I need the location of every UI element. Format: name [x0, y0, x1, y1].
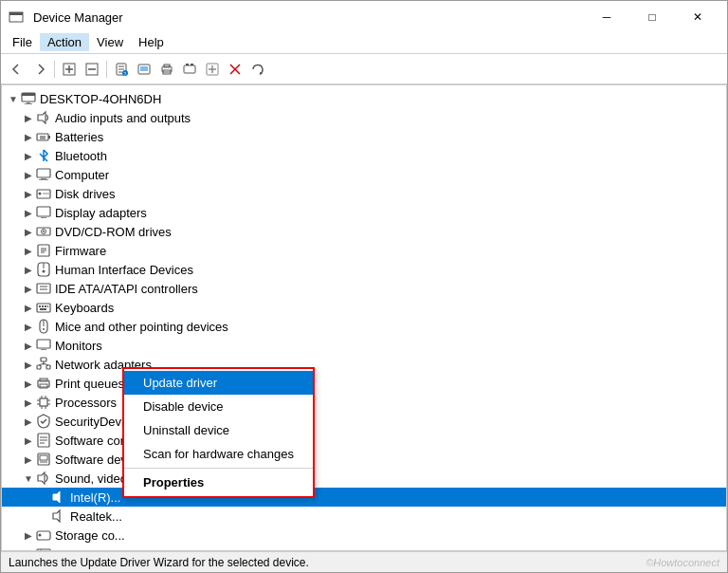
system-expand[interactable]: ▶ — [21, 546, 36, 551]
svg-rect-39 — [39, 179, 48, 180]
tree-item-batteries[interactable]: ▶ Batteries — [2, 127, 726, 146]
batteries-expand[interactable]: ▶ — [21, 129, 36, 144]
security-icon — [36, 414, 51, 429]
svg-rect-61 — [45, 305, 46, 307]
svg-rect-92 — [40, 455, 47, 460]
processors-icon — [36, 395, 51, 410]
tree-item-bluetooth[interactable]: ▶ Bluetooth — [2, 146, 726, 165]
print-expand[interactable]: ▶ — [21, 376, 36, 391]
properties-button[interactable]: ? — [111, 59, 132, 80]
tree-item-print[interactable]: ▶ Print queues — [2, 374, 726, 393]
keyboard-expand[interactable]: ▶ — [21, 300, 36, 315]
tree-item-system[interactable]: ▶ System dev... — [2, 545, 726, 551]
hid-expand[interactable]: ▶ — [21, 262, 36, 277]
ide-expand[interactable]: ▶ — [21, 281, 36, 296]
tree-item-intel[interactable]: Intel(R)... — [2, 488, 726, 507]
title-bar: Device Manager ─ □ ✕ — [1, 1, 727, 31]
menu-help[interactable]: Help — [131, 33, 172, 51]
tree-item-hid[interactable]: ▶ Human Interface Devices — [2, 260, 726, 279]
tree-item-monitors[interactable]: ▶ Monitors — [2, 336, 726, 355]
context-uninstall-device[interactable]: Uninstall device — [124, 418, 313, 442]
tree-item-realtek[interactable]: Realtek... — [2, 507, 726, 526]
monitors-icon — [36, 338, 51, 353]
monitors-expand[interactable]: ▶ — [21, 338, 36, 353]
minimize-button[interactable]: ─ — [585, 7, 628, 28]
remove-button[interactable] — [225, 59, 246, 80]
context-disable-device[interactable]: Disable device — [124, 395, 313, 418]
audio-expand[interactable]: ▶ — [21, 110, 36, 125]
tree-item-mouse[interactable]: ▶ Mice and other pointing devices — [2, 317, 726, 336]
audio-label: Audio inputs and outputs — [55, 111, 191, 125]
svg-rect-30 — [25, 103, 32, 104]
realtek-label: Realtek... — [70, 509, 122, 524]
firmware-expand[interactable]: ▶ — [21, 243, 36, 258]
processors-expand[interactable]: ▶ — [21, 395, 36, 410]
menu-file[interactable]: File — [5, 33, 40, 51]
tree-item-sound[interactable]: ▼ Sound, video and game controllers — [2, 469, 726, 488]
svg-rect-99 — [37, 549, 50, 551]
software-devices-expand[interactable]: ▶ — [21, 452, 36, 467]
update-driver-button[interactable] — [134, 59, 155, 80]
tree-item-processors[interactable]: ▶ Processors — [2, 393, 726, 412]
network-expand[interactable]: ▶ — [21, 357, 36, 372]
tree-item-ide[interactable]: ▶ IDE ATA/ATAPI controllers — [2, 279, 726, 298]
tree-item-network[interactable]: ▶ Network adapters — [2, 355, 726, 374]
add-driver-button[interactable] — [202, 59, 223, 80]
print-button[interactable] — [156, 59, 177, 80]
storage-expand[interactable]: ▶ — [21, 527, 36, 543]
svg-rect-67 — [37, 340, 50, 348]
svg-rect-44 — [41, 217, 46, 218]
maximize-button[interactable]: □ — [630, 7, 674, 28]
keyboard-label: Keyboards — [55, 301, 114, 315]
forward-button[interactable] — [29, 59, 50, 80]
context-properties[interactable]: Properties — [124, 471, 313, 494]
tree-item-audio[interactable]: ▶ Audio inputs and outputs — [2, 108, 726, 127]
hid-icon — [36, 262, 51, 277]
tree-item-storage[interactable]: ▶ Storage co... — [2, 526, 726, 545]
tree-item-firmware[interactable]: ▶ Firmware — [2, 241, 726, 260]
content-area: ▼ DESKTOP-4OHN6DH ▶ — [1, 84, 727, 551]
computer-expand[interactable]: ▶ — [21, 167, 36, 182]
tree-item-dvd[interactable]: ▶ DVD/CD-ROM drives — [2, 222, 726, 241]
audio-icon — [36, 110, 51, 125]
collapse-button[interactable] — [82, 59, 102, 80]
disk-label: Disk drives — [55, 187, 116, 201]
context-update-driver[interactable]: Update driver — [124, 371, 313, 395]
root-expand[interactable]: ▼ — [6, 91, 21, 106]
expand-button[interactable] — [59, 59, 80, 80]
tree-item-keyboard[interactable]: ▶ Keyboards — [2, 298, 726, 317]
tree-item-display[interactable]: ▶ Display adapters — [2, 203, 726, 222]
firmware-icon — [36, 243, 51, 258]
refresh-button[interactable] — [247, 59, 268, 80]
software-components-expand[interactable]: ▶ — [21, 433, 36, 448]
back-button[interactable] — [7, 59, 27, 80]
tree-item-software-devices[interactable]: ▶ Software devices — [2, 450, 726, 469]
svg-text:?: ? — [124, 70, 127, 76]
sound-expand[interactable]: ▼ — [21, 471, 36, 486]
system-icon — [36, 546, 51, 551]
close-button[interactable]: ✕ — [676, 7, 719, 28]
bluetooth-icon — [36, 148, 51, 163]
svg-rect-38 — [41, 178, 46, 179]
device-tree[interactable]: ▼ DESKTOP-4OHN6DH ▶ — [1, 84, 727, 551]
scan-button[interactable] — [179, 59, 200, 80]
security-expand[interactable]: ▶ — [21, 414, 36, 429]
batteries-label: Batteries — [55, 130, 103, 144]
toolbar-sep-2 — [106, 61, 107, 78]
menu-action[interactable]: Action — [40, 33, 89, 51]
tree-item-computer[interactable]: ▶ Computer — [2, 165, 726, 184]
tree-item-disk[interactable]: ▶ Disk drives — [2, 184, 726, 203]
software-components-icon — [36, 433, 51, 448]
mouse-expand[interactable]: ▶ — [21, 319, 36, 334]
tree-item-software-components[interactable]: ▶ Software components — [2, 431, 726, 450]
dvd-expand[interactable]: ▶ — [21, 224, 36, 239]
display-expand[interactable]: ▶ — [21, 205, 36, 220]
context-scan-hardware[interactable]: Scan for hardware changes — [124, 442, 313, 466]
sound-icon — [36, 471, 51, 486]
menu-view[interactable]: View — [89, 33, 131, 51]
disk-expand[interactable]: ▶ — [21, 186, 36, 201]
watermark: ©Howtoconnect — [646, 557, 719, 568]
bluetooth-expand[interactable]: ▶ — [21, 148, 36, 163]
tree-item-security[interactable]: ▶ SecurityDevices — [2, 412, 726, 431]
tree-root[interactable]: ▼ DESKTOP-4OHN6DH — [2, 89, 726, 108]
